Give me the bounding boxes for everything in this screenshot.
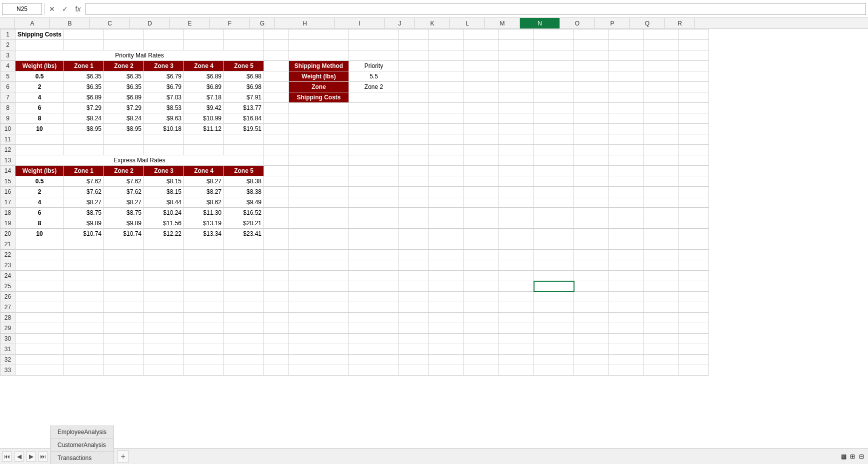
cell-A26[interactable] xyxy=(16,292,64,302)
cell-K30[interactable] xyxy=(429,334,464,344)
cell-F20[interactable]: $23.41 xyxy=(224,229,264,239)
col-header-K[interactable]: K xyxy=(415,18,450,28)
cell-I17[interactable] xyxy=(349,197,399,208)
cell-L21[interactable] xyxy=(464,239,499,250)
cell-O15[interactable] xyxy=(574,176,609,187)
cell-B23[interactable] xyxy=(64,260,104,271)
col-header-A[interactable]: A xyxy=(15,18,50,28)
cell-M26[interactable] xyxy=(499,292,534,302)
cell-G12[interactable] xyxy=(264,145,289,155)
cell-G29[interactable] xyxy=(264,323,289,334)
cell-H9[interactable] xyxy=(289,113,349,124)
cell-P10[interactable] xyxy=(609,124,644,134)
cell-P31[interactable] xyxy=(609,344,644,355)
cell-O26[interactable] xyxy=(574,292,609,302)
cell-Q31[interactable] xyxy=(644,344,679,355)
cell-D12[interactable] xyxy=(144,145,184,155)
cell-D28[interactable] xyxy=(144,313,184,323)
cell-E29[interactable] xyxy=(184,323,224,334)
cell-F29[interactable] xyxy=(224,323,264,334)
cell-C8[interactable]: $7.29 xyxy=(104,103,144,113)
cell-K19[interactable] xyxy=(429,218,464,229)
cell-H28[interactable] xyxy=(289,313,349,323)
cell-E21[interactable] xyxy=(184,239,224,250)
view-normal-icon[interactable]: ▦ xyxy=(839,452,848,461)
cell-R15[interactable] xyxy=(679,176,709,187)
cell-R7[interactable] xyxy=(679,92,709,103)
col-header-P[interactable]: P xyxy=(595,18,630,28)
cell-B28[interactable] xyxy=(64,313,104,323)
cell-N13[interactable] xyxy=(534,155,574,166)
cell-Q14[interactable] xyxy=(644,166,679,176)
cell-F14[interactable]: Zone 5 xyxy=(224,166,264,176)
cell-G26[interactable] xyxy=(264,292,289,302)
cell-G15[interactable] xyxy=(264,176,289,187)
cell-N11[interactable] xyxy=(534,134,574,145)
cell-E15[interactable]: $8.27 xyxy=(184,176,224,187)
cell-M15[interactable] xyxy=(499,176,534,187)
cell-B19[interactable]: $9.89 xyxy=(64,218,104,229)
cell-E24[interactable] xyxy=(184,271,224,281)
cell-G30[interactable] xyxy=(264,334,289,344)
cell-Q2[interactable] xyxy=(644,40,679,50)
cell-P30[interactable] xyxy=(609,334,644,344)
cell-C15[interactable]: $7.62 xyxy=(104,176,144,187)
cell-Q25[interactable] xyxy=(644,281,679,292)
cell-O9[interactable] xyxy=(574,113,609,124)
cell-P27[interactable] xyxy=(609,302,644,313)
cell-B33[interactable] xyxy=(64,365,104,376)
cell-B31[interactable] xyxy=(64,344,104,355)
cell-B22[interactable] xyxy=(64,250,104,260)
cell-H16[interactable] xyxy=(289,187,349,197)
cell-H24[interactable] xyxy=(289,271,349,281)
cell-P15[interactable] xyxy=(609,176,644,187)
cell-E17[interactable]: $8.62 xyxy=(184,197,224,208)
cell-M21[interactable] xyxy=(499,239,534,250)
cell-L33[interactable] xyxy=(464,365,499,376)
cell-P18[interactable] xyxy=(609,208,644,218)
cell-P14[interactable] xyxy=(609,166,644,176)
cell-O13[interactable] xyxy=(574,155,609,166)
cell-F9[interactable]: $16.84 xyxy=(224,113,264,124)
cell-B26[interactable] xyxy=(64,292,104,302)
cell-D14[interactable]: Zone 3 xyxy=(144,166,184,176)
cell-L30[interactable] xyxy=(464,334,499,344)
cell-F8[interactable]: $13.77 xyxy=(224,103,264,113)
cell-K28[interactable] xyxy=(429,313,464,323)
cell-E32[interactable] xyxy=(184,355,224,365)
cell-A28[interactable] xyxy=(16,313,64,323)
cell-G4[interactable] xyxy=(264,61,289,71)
cell-J32[interactable] xyxy=(399,355,429,365)
cell-B4[interactable]: Zone 1 xyxy=(64,61,104,71)
cell-M29[interactable] xyxy=(499,323,534,334)
cell-P22[interactable] xyxy=(609,250,644,260)
cell-G1[interactable] xyxy=(264,29,289,40)
cell-C7[interactable]: $6.89 xyxy=(104,92,144,103)
grid-scroll[interactable]: 1Shipping Costs23Priority Mail Rates4Wei… xyxy=(0,29,868,448)
cell-R11[interactable] xyxy=(679,134,709,145)
cell-O8[interactable] xyxy=(574,103,609,113)
cell-M32[interactable] xyxy=(499,355,534,365)
cell-B18[interactable]: $8.75 xyxy=(64,208,104,218)
cell-H31[interactable] xyxy=(289,344,349,355)
cell-D20[interactable]: $12.22 xyxy=(144,229,184,239)
cell-F15[interactable]: $8.38 xyxy=(224,176,264,187)
cell-F26[interactable] xyxy=(224,292,264,302)
cell-P12[interactable] xyxy=(609,145,644,155)
cell-M17[interactable] xyxy=(499,197,534,208)
cell-F2[interactable] xyxy=(224,40,264,50)
cell-C2[interactable] xyxy=(104,40,144,50)
cell-O3[interactable] xyxy=(574,50,609,61)
cell-Q11[interactable] xyxy=(644,134,679,145)
cell-N10[interactable] xyxy=(534,124,574,134)
cell-I23[interactable] xyxy=(349,260,399,271)
cell-L16[interactable] xyxy=(464,187,499,197)
cell-R29[interactable] xyxy=(679,323,709,334)
cell-H11[interactable] xyxy=(289,134,349,145)
cell-E25[interactable] xyxy=(184,281,224,292)
cell-R19[interactable] xyxy=(679,218,709,229)
cell-B5[interactable]: $6.35 xyxy=(64,71,104,82)
cell-E2[interactable] xyxy=(184,40,224,50)
cell-D19[interactable]: $11.56 xyxy=(144,218,184,229)
cell-H8[interactable] xyxy=(289,103,349,113)
